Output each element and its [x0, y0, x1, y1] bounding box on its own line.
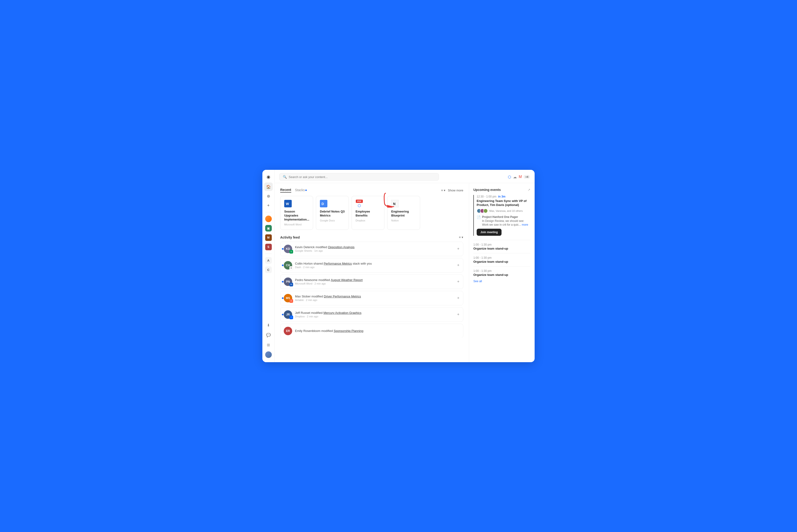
doc-source-benefits: Dropbox — [355, 219, 381, 222]
section-tabs: Recent Stacks — [280, 188, 307, 193]
activity-avatar-jeff: JR ⬡ — [284, 310, 292, 319]
activity-pin-max[interactable]: ✦ — [457, 296, 460, 300]
attendee-text: Max, Vanessa, and 10 others — [489, 209, 523, 212]
unread-dot-4 — [282, 297, 283, 299]
sidebar-item-c[interactable]: C — [264, 266, 273, 274]
simple-event-1-time: 1:00 - 1:30 pm — [474, 243, 531, 246]
activity-header: Activity feed ≡ ▾ — [280, 235, 463, 239]
activity-pin-pedro[interactable]: ✦ — [457, 279, 460, 284]
attendee-avatars — [477, 209, 488, 213]
external-link-icon[interactable]: ↗ — [527, 188, 531, 192]
note-text: Project Hanford One Pager In Design Revi… — [482, 215, 531, 227]
cloud-header-icon[interactable]: ☁ — [513, 175, 517, 179]
activity-item-emily[interactable]: ER Emily Rosenbloom modified Sponsorship… — [280, 324, 463, 338]
right-sidebar: Upcoming events ↗ 12:30 - 1:00 pm in 3m … — [469, 183, 535, 362]
doc-source-blueprint: Notion — [391, 219, 416, 222]
a-letter-icon: A — [265, 257, 272, 264]
svg-text:N: N — [393, 202, 395, 206]
notion-doc-icon: N — [391, 200, 399, 207]
unread-dot-3 — [282, 281, 283, 282]
sidebar-divider-2 — [265, 253, 272, 254]
search-bar[interactable]: 🔍 — [279, 173, 439, 180]
sidebar-item-s[interactable]: S — [264, 243, 273, 251]
main-content: 🔍 ⬡ ☁ M +4 Recent Stacks — [275, 170, 535, 362]
see-all-button[interactable]: See all — [474, 280, 482, 283]
activity-item-kevin[interactable]: KD S Kevin Deterick modified Opposition … — [280, 242, 463, 256]
simple-event-3-time: 1:00 - 1:30 pm — [474, 269, 531, 272]
activity-pin-collin[interactable]: ✦ — [457, 263, 460, 267]
attendee-avatar-3 — [483, 209, 488, 213]
emily-avatar-circle: ER — [284, 327, 292, 335]
sidebar-item-download[interactable]: ⬇ — [264, 321, 273, 329]
event-attendees: Max, Vanessa, and 10 others — [477, 209, 531, 213]
unread-dot-2 — [282, 264, 283, 266]
home-icon: 🏠 — [266, 185, 271, 189]
sidebar-item-home[interactable]: 🏠 — [264, 183, 273, 191]
sidebar-item-chat[interactable]: 💬 — [264, 331, 273, 339]
sidebar-item-add[interactable]: + — [264, 201, 273, 210]
sheets-badge: S — [289, 250, 293, 253]
dropbox-header-icon[interactable]: ⬡ — [508, 175, 511, 179]
sidebar-item-green[interactable]: ▣ — [264, 224, 273, 232]
sidebar-item-grid[interactable]: ⊞ — [264, 341, 273, 349]
event-note: 📄 Project Hanford One Pager In Design Re… — [477, 215, 531, 227]
plus-icon: + — [267, 203, 270, 208]
doc-card-debrief[interactable]: D Debrief Notes Q3 Metrics Google Docs — [316, 196, 349, 230]
doc-card-season-upgrades[interactable]: W Season Upgrades Implementation... Micr… — [280, 196, 313, 230]
filter-chevron-icon: ▾ — [444, 189, 445, 192]
sidebar-bottom: ⬇ 💬 ⊞ — [264, 321, 273, 359]
svg-text:D: D — [321, 202, 324, 206]
activity-filter-button[interactable]: ≡ ▾ — [459, 235, 463, 239]
activity-title: Activity feed — [280, 235, 300, 239]
activity-avatar-max: MS A — [284, 294, 292, 302]
doc-title-blueprint: Engineering Blueprint — [391, 210, 416, 218]
sidebar-divider-1 — [265, 212, 272, 212]
activity-pin-jeff[interactable]: ✦ — [457, 312, 460, 317]
filter-button[interactable]: ≡ ▾ — [441, 189, 446, 192]
simple-event-2: 1:00 - 1:30 pm Organize team stand-up — [474, 256, 531, 263]
activity-item-jeff[interactable]: JR ⬡ Jeff Russet modified Mercury Activa… — [280, 307, 463, 322]
activity-text-collin: Collin Horton shared Performance Metrics… — [295, 262, 454, 269]
stacks-dot — [305, 190, 307, 191]
activity-item-max[interactable]: MS A Max Stober modified Driver Performa… — [280, 291, 463, 305]
simple-event-1-title: Organize team stand-up — [474, 247, 531, 250]
sidebar-item-asterisk[interactable]: ✳ — [264, 173, 273, 182]
chat-icon: 💬 — [266, 333, 271, 337]
activity-text-max: Max Stober modified Driver Performance M… — [295, 294, 454, 301]
activity-text-pedro: Pedro Newsome modified August Weather Re… — [295, 278, 454, 285]
join-meeting-button[interactable]: Join meeting — [477, 229, 502, 236]
doc-cards: W Season Upgrades Implementation... Micr… — [280, 196, 463, 230]
simple-event-3: 1:00 - 1:30 pm Organize team stand-up — [474, 269, 531, 277]
show-more-button[interactable]: Show more — [448, 189, 463, 192]
doc-title-benefits: Employee Benefits — [355, 210, 381, 218]
m-badge-icon: M — [265, 234, 272, 241]
activity-item-pedro[interactable]: PN W Pedro Newsome modified August Weath… — [280, 274, 463, 289]
gmail-header-icon[interactable]: M — [519, 175, 522, 179]
doc-card-employee-benefits[interactable]: PDF ⬡ Employee Benefits Dropbox — [352, 196, 385, 230]
sidebar-item-m[interactable]: M — [264, 233, 273, 242]
sidebar-item-a[interactable]: A — [264, 256, 273, 265]
search-input[interactable] — [289, 175, 435, 179]
doc-source-season: Microsoft Word — [284, 223, 309, 226]
activity-pin-kevin[interactable]: ✦ — [457, 247, 460, 251]
event-divider-1 — [474, 240, 531, 240]
tab-stacks[interactable]: Stacks — [295, 188, 307, 192]
sidebar-item-user-avatar[interactable] — [264, 350, 273, 359]
activity-item-collin[interactable]: CH D Collin Horton shared Performance Me… — [280, 258, 463, 272]
sidebar-item-layers[interactable]: ⊛ — [264, 192, 273, 200]
s-badge-icon: S — [265, 244, 272, 250]
asterisk-icon: ✳ — [266, 174, 270, 180]
sidebar-item-avatar1[interactable] — [264, 215, 273, 223]
body-split: Recent Stacks ≡ ▾ Show more — [275, 183, 535, 362]
dash-badge: D — [289, 266, 293, 270]
doc-card-engineering-blueprint[interactable]: N Engineering Blueprint Notion — [387, 196, 420, 230]
events-title: Upcoming events — [474, 188, 501, 192]
activity-section: Activity feed ≡ ▾ KD S — [280, 235, 463, 338]
activity-text-jeff: Jeff Russet modified Mercury Activation … — [295, 311, 454, 318]
tab-recent[interactable]: Recent — [280, 188, 291, 193]
header-icons: ⬡ ☁ M +4 — [508, 175, 530, 179]
note-more-link[interactable]: more — [522, 223, 528, 226]
search-icon: 🔍 — [283, 175, 287, 179]
more-integrations-badge[interactable]: +4 — [524, 175, 530, 179]
activity-avatar-collin: CH D — [284, 261, 292, 269]
